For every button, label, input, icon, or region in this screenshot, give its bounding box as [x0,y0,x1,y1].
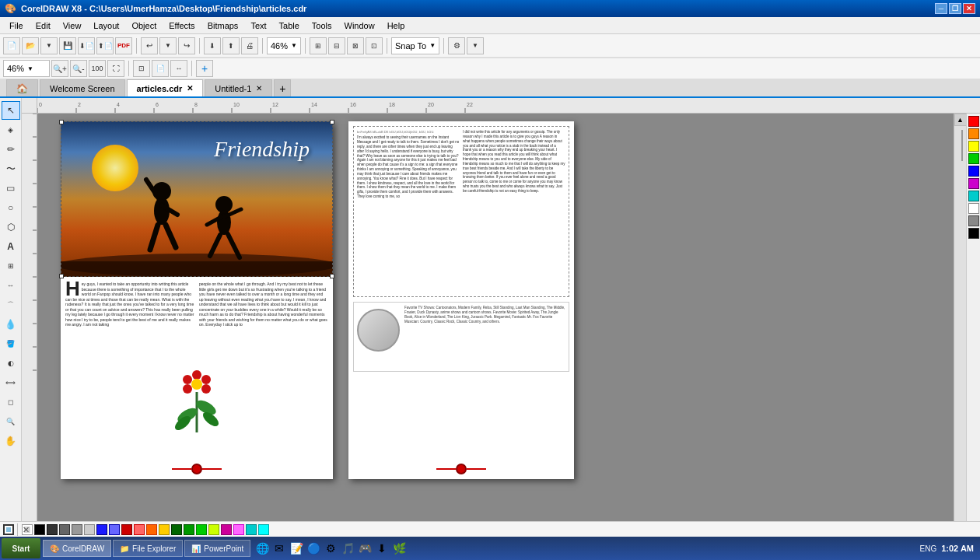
menu-tools[interactable]: Tools [306,17,338,33]
freehand-tool[interactable]: ✏ [2,140,20,159]
zoom-100-button[interactable]: 100 [89,60,106,77]
redo-button[interactable]: ↪ [178,37,195,54]
swatch-yellow[interactable] [159,524,170,535]
connector-tool[interactable]: ⌒ [2,296,20,314]
palette-blue[interactable] [968,166,979,177]
polygon-tool[interactable]: ⬡ [2,218,20,236]
swatch-pink[interactable] [233,524,244,535]
tab-untitled-close-icon[interactable]: ✕ [256,84,262,93]
snap-to-dropdown[interactable]: Snap To ▼ [391,37,439,54]
export-button[interactable]: ⬆📄 [96,37,114,54]
tab-close-icon[interactable]: ✕ [187,84,193,93]
tab-untitled[interactable]: Untitled-1 ✕ [205,79,272,96]
swatch-cyan[interactable] [258,524,269,535]
zoom-width-button[interactable]: ↔ [170,60,187,77]
palette-orange[interactable] [968,128,979,139]
swatch-darkgreen[interactable] [171,524,182,535]
menu-bitmaps[interactable]: Bitmaps [201,17,245,33]
menu-object[interactable]: Object [125,17,163,33]
taskbar-powerpoint[interactable]: 📊 PowerPoint [184,540,250,557]
palette-white[interactable] [968,203,979,214]
save-button[interactable]: 💾 [59,37,76,54]
swatch-chartreuse[interactable] [208,524,219,535]
guidelines-button[interactable]: ⊠ [347,37,364,54]
add-page-button[interactable]: + [196,60,213,77]
title-bar-controls[interactable]: ─ ❐ ✕ [935,3,975,14]
zoom-dropdown[interactable]: 46% ▼ [267,37,301,54]
taskbar-game-icon[interactable]: 🎮 [357,541,373,556]
palette-yellow[interactable] [968,141,979,152]
import-button[interactable]: ⬇📄 [78,37,95,54]
minimize-button[interactable]: ─ [935,3,947,14]
restore-button[interactable]: ❐ [949,3,961,14]
taskbar-settings-icon[interactable]: ⚙ [323,541,338,556]
transparency-tool[interactable]: ◻ [2,393,20,411]
rectangle-tool[interactable]: ▭ [2,179,20,198]
swatch-darkgray[interactable] [47,524,58,535]
swatch-orange[interactable] [146,524,157,535]
swatch-lightblue[interactable] [109,524,120,535]
close-button[interactable]: ✕ [963,3,975,14]
publish-pdf-button[interactable]: PDF [115,37,132,54]
import2-button[interactable]: ⬇ [204,37,221,54]
palette-black[interactable] [968,228,979,239]
menu-help[interactable]: Help [381,17,411,33]
swatch-teal[interactable] [246,524,257,535]
menu-file[interactable]: File [3,17,30,33]
menu-view[interactable]: View [57,17,88,33]
options-dropdown[interactable]: ▼ [467,37,484,54]
smart-fill-tool[interactable]: ◐ [2,354,20,373]
new-button[interactable]: 📄 [3,37,20,54]
table-tool[interactable]: ⊞ [2,257,20,275]
select-tool[interactable]: ↖ [2,101,20,120]
swatch-lightred[interactable] [134,524,145,535]
fill-color-box[interactable] [3,524,14,535]
print-button[interactable]: 🖨 [241,37,258,54]
palette-gray[interactable] [968,215,979,226]
taskbar-chrome-icon[interactable]: 🔵 [306,541,321,556]
taskbar-corel[interactable]: 🎨 CorelDRAW [43,540,111,557]
scroll-up-button[interactable]: ▲ [954,114,967,126]
menu-effects[interactable]: Effects [163,17,201,33]
undo-dropdown[interactable]: ▼ [159,37,177,54]
taskbar-mail-icon[interactable]: ✉ [271,541,287,556]
palette-red[interactable] [968,116,979,127]
tab-welcome[interactable]: Welcome Screen [40,79,125,96]
dimension-tool[interactable]: ↔ [2,276,20,295]
swatch-red[interactable] [121,524,132,535]
swatch-brightgreen[interactable] [196,524,207,535]
taskbar-music-icon[interactable]: 🎵 [340,541,355,556]
export2-button[interactable]: ⬆ [222,37,240,54]
options-button[interactable]: ⚙ [448,37,465,54]
blend-tool[interactable]: ⟺ [2,373,20,392]
start-button[interactable]: Start [2,538,40,558]
view-mode-button[interactable]: ⊞ [310,37,327,54]
swatch-silver[interactable] [84,524,95,535]
swatch-magenta[interactable] [221,524,232,535]
grid-button[interactable]: ⊟ [328,37,345,54]
zoom-out-button[interactable]: 🔍- [70,60,87,77]
swatch-lightgray[interactable] [72,524,82,535]
text-tool[interactable]: A [2,237,20,256]
open-dropdown[interactable]: ▼ [40,37,58,54]
palette-green[interactable] [968,153,979,164]
swatch-green[interactable] [184,524,194,535]
swatch-blue[interactable] [96,524,107,535]
menu-edit[interactable]: Edit [30,17,57,33]
swatch-gray[interactable] [59,524,70,535]
swatch-black[interactable] [34,524,45,535]
snap-button[interactable]: ⊡ [366,37,383,54]
scroll-v-thumb[interactable] [961,130,963,161]
zoom-fit2-button[interactable]: ⊡ [133,60,150,77]
add-tab-button[interactable]: + [274,79,291,96]
zoom-in-button[interactable]: 🔍+ [51,60,68,77]
zoom-field[interactable]: 46% ▼ [3,60,50,77]
taskbar-word-icon[interactable]: 📝 [289,541,304,556]
taskbar-explorer[interactable]: 📁 File Explorer [113,540,183,557]
tab-home[interactable]: 🏠 [6,79,38,96]
menu-layout[interactable]: Layout [87,17,125,33]
fill-tool[interactable]: 🪣 [2,334,20,353]
taskbar-ie-icon[interactable]: 🌐 [254,541,270,556]
zoom-page-button[interactable]: 📄 [152,60,169,77]
dropper-tool[interactable]: 💧 [2,315,20,334]
